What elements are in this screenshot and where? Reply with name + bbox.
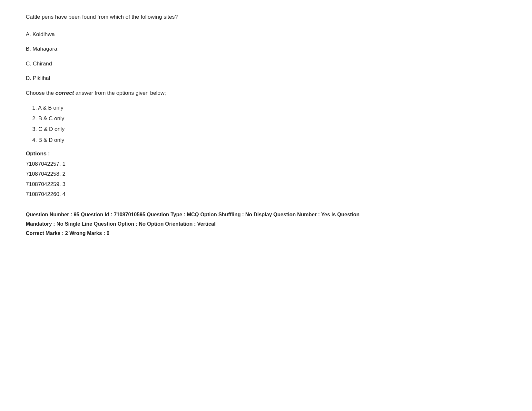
metadata-line1: Question Number : 95 Question Id : 71087… (26, 210, 361, 229)
options-label: Options : (26, 150, 361, 158)
option-code-4: 71087042260. 4 (26, 190, 361, 199)
sub-option-2: 2. B & C only (32, 114, 361, 123)
page-container: Cattle pens have been found from which o… (0, 0, 387, 251)
sub-option-3: 3. C & D only (32, 125, 361, 133)
instruction-prefix: Choose the (26, 90, 55, 96)
instruction-suffix: answer from the options given below; (74, 90, 166, 96)
sub-option-1: 1. A & B only (32, 103, 361, 112)
metadata-block: Question Number : 95 Question Id : 71087… (26, 210, 361, 238)
option-a: A. Koldihwa (26, 30, 361, 39)
option-c: C. Chirand (26, 60, 361, 68)
metadata-line2: Correct Marks : 2 Wrong Marks : 0 (26, 229, 361, 238)
answer-instruction: Choose the correct answer from the optio… (26, 89, 361, 97)
option-d: D. Piklihal (26, 74, 361, 83)
question-text: Cattle pens have been found from which o… (26, 13, 361, 21)
option-code-3: 71087042259. 3 (26, 180, 361, 189)
sub-options-list: 1. A & B only 2. B & C only 3. C & D onl… (32, 103, 361, 144)
option-b: B. Mahagara (26, 45, 361, 53)
option-code-2: 71087042258. 2 (26, 170, 361, 178)
sub-option-4: 4. B & D only (32, 136, 361, 144)
option-code-1: 71087042257. 1 (26, 160, 361, 168)
instruction-bold-italic: correct (55, 90, 74, 96)
